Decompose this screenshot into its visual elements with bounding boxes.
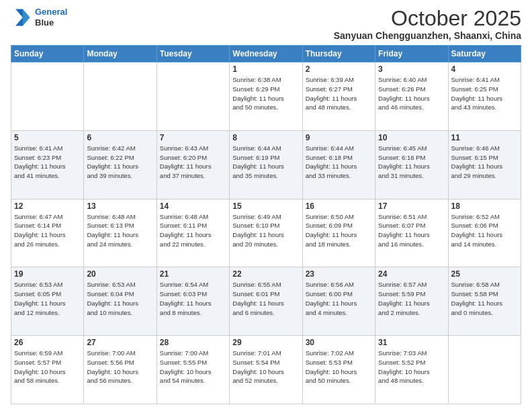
title-block: October 2025 Sanyuan Chengguanzhen, Shaa… [334, 7, 521, 41]
calendar-cell: 12Sunrise: 6:47 AMSunset: 6:14 PMDayligh… [11, 199, 84, 267]
day-info: Sunrise: 6:48 AMSunset: 6:13 PMDaylight:… [87, 212, 153, 249]
day-info: Sunrise: 6:52 AMSunset: 6:06 PMDaylight:… [451, 212, 518, 249]
day-number: 31 [378, 338, 445, 347]
day-number: 9 [306, 133, 372, 142]
calendar-cell: 6Sunrise: 6:42 AMSunset: 6:22 PMDaylight… [84, 130, 157, 199]
day-info: Sunrise: 6:56 AMSunset: 6:00 PMDaylight:… [306, 280, 372, 317]
logo-line2: Blue [35, 17, 67, 28]
day-number: 27 [87, 338, 153, 347]
day-info: Sunrise: 7:03 AMSunset: 5:52 PMDaylight:… [378, 349, 445, 385]
day-info: Sunrise: 6:40 AMSunset: 6:26 PMDaylight:… [378, 75, 445, 112]
header-day-sunday: Sunday [11, 46, 84, 62]
calendar-cell [84, 62, 157, 131]
calendar-cell: 28Sunrise: 7:00 AMSunset: 5:55 PMDayligh… [157, 336, 229, 404]
day-info: Sunrise: 6:58 AMSunset: 5:58 PMDaylight:… [451, 280, 518, 317]
day-info: Sunrise: 6:57 AMSunset: 5:59 PMDaylight:… [378, 280, 445, 317]
header: General Blue October 2025 Sanyuan Chengg… [11, 7, 521, 41]
day-info: Sunrise: 6:38 AMSunset: 6:29 PMDaylight:… [232, 75, 299, 112]
calendar-cell: 22Sunrise: 6:55 AMSunset: 6:01 PMDayligh… [230, 267, 302, 336]
calendar-cell: 25Sunrise: 6:58 AMSunset: 5:58 PMDayligh… [448, 267, 521, 336]
day-info: Sunrise: 7:00 AMSunset: 5:55 PMDaylight:… [160, 349, 226, 385]
day-info: Sunrise: 6:53 AMSunset: 6:05 PMDaylight:… [14, 280, 81, 317]
day-number: 13 [87, 201, 153, 211]
day-number: 21 [160, 269, 226, 279]
day-number: 6 [87, 133, 153, 142]
calendar-cell: 11Sunrise: 6:46 AMSunset: 6:15 PMDayligh… [448, 130, 521, 199]
day-number: 8 [232, 133, 299, 142]
calendar-cell: 29Sunrise: 7:01 AMSunset: 5:54 PMDayligh… [230, 336, 302, 404]
day-info: Sunrise: 6:45 AMSunset: 6:16 PMDaylight:… [378, 144, 445, 181]
calendar-table: SundayMondayTuesdayWednesdayThursdayFrid… [11, 45, 521, 404]
day-number: 29 [232, 338, 299, 347]
header-day-saturday: Saturday [448, 46, 521, 62]
day-info: Sunrise: 6:44 AMSunset: 6:18 PMDaylight:… [306, 144, 372, 181]
calendar-cell: 27Sunrise: 7:00 AMSunset: 5:56 PMDayligh… [84, 336, 157, 404]
calendar-cell: 7Sunrise: 6:43 AMSunset: 6:20 PMDaylight… [157, 130, 229, 199]
calendar-cell [157, 62, 229, 131]
day-info: Sunrise: 6:46 AMSunset: 6:15 PMDaylight:… [451, 144, 518, 181]
svg-marker-1 [23, 9, 30, 26]
day-info: Sunrise: 6:50 AMSunset: 6:09 PMDaylight:… [306, 212, 372, 249]
day-info: Sunrise: 6:53 AMSunset: 6:04 PMDaylight:… [87, 280, 153, 317]
calendar-cell: 8Sunrise: 6:44 AMSunset: 6:19 PMDaylight… [230, 130, 302, 199]
calendar-cell: 23Sunrise: 6:56 AMSunset: 6:00 PMDayligh… [302, 267, 375, 336]
day-number: 14 [160, 201, 226, 211]
day-number: 12 [14, 201, 81, 211]
day-info: Sunrise: 6:48 AMSunset: 6:11 PMDaylight:… [160, 212, 226, 249]
calendar-cell: 30Sunrise: 7:02 AMSunset: 5:53 PMDayligh… [302, 336, 375, 404]
calendar-cell: 19Sunrise: 6:53 AMSunset: 6:05 PMDayligh… [11, 267, 84, 336]
week-row-1: 5Sunrise: 6:41 AMSunset: 6:23 PMDaylight… [11, 130, 521, 199]
day-info: Sunrise: 7:02 AMSunset: 5:53 PMDaylight:… [306, 349, 372, 385]
day-number: 16 [306, 201, 372, 211]
day-number: 30 [306, 338, 372, 347]
day-number: 26 [14, 338, 81, 347]
day-info: Sunrise: 7:00 AMSunset: 5:56 PMDaylight:… [87, 349, 153, 385]
logo-text: General Blue [35, 7, 67, 28]
day-number: 15 [232, 201, 299, 211]
day-number: 7 [160, 133, 226, 142]
day-number: 19 [14, 269, 81, 279]
calendar-cell [11, 62, 84, 131]
day-info: Sunrise: 6:59 AMSunset: 5:57 PMDaylight:… [14, 349, 81, 385]
header-day-tuesday: Tuesday [157, 46, 229, 62]
location: Sanyuan Chengguanzhen, Shaanxi, China [334, 30, 521, 41]
day-number: 18 [451, 201, 518, 211]
day-number: 17 [378, 201, 445, 211]
day-info: Sunrise: 6:54 AMSunset: 6:03 PMDaylight:… [160, 280, 226, 317]
calendar-cell: 4Sunrise: 6:41 AMSunset: 6:25 PMDaylight… [448, 62, 521, 131]
calendar-cell: 16Sunrise: 6:50 AMSunset: 6:09 PMDayligh… [302, 199, 375, 267]
day-number: 25 [451, 269, 518, 279]
logo-icon [11, 7, 32, 28]
day-number: 10 [378, 133, 445, 142]
header-day-monday: Monday [84, 46, 157, 62]
week-row-2: 12Sunrise: 6:47 AMSunset: 6:14 PMDayligh… [11, 199, 521, 267]
day-info: Sunrise: 6:55 AMSunset: 6:01 PMDaylight:… [232, 280, 299, 317]
day-info: Sunrise: 6:43 AMSunset: 6:20 PMDaylight:… [160, 144, 226, 181]
header-day-thursday: Thursday [302, 46, 375, 62]
day-number: 5 [14, 133, 81, 142]
week-row-4: 26Sunrise: 6:59 AMSunset: 5:57 PMDayligh… [11, 336, 521, 404]
calendar-cell: 14Sunrise: 6:48 AMSunset: 6:11 PMDayligh… [157, 199, 229, 267]
day-number: 28 [160, 338, 226, 347]
day-info: Sunrise: 6:47 AMSunset: 6:14 PMDaylight:… [14, 212, 81, 249]
calendar-cell: 15Sunrise: 6:49 AMSunset: 6:10 PMDayligh… [230, 199, 302, 267]
calendar-cell: 20Sunrise: 6:53 AMSunset: 6:04 PMDayligh… [84, 267, 157, 336]
month-title: October 2025 [334, 7, 521, 30]
calendar-cell: 5Sunrise: 6:41 AMSunset: 6:23 PMDaylight… [11, 130, 84, 199]
calendar-cell: 9Sunrise: 6:44 AMSunset: 6:18 PMDaylight… [302, 130, 375, 199]
logo: General Blue [11, 7, 67, 28]
calendar-cell: 2Sunrise: 6:39 AMSunset: 6:27 PMDaylight… [302, 62, 375, 131]
week-row-3: 19Sunrise: 6:53 AMSunset: 6:05 PMDayligh… [11, 267, 521, 336]
day-number: 20 [87, 269, 153, 279]
calendar-cell [448, 336, 521, 404]
day-number: 24 [378, 269, 445, 279]
calendar-cell: 18Sunrise: 6:52 AMSunset: 6:06 PMDayligh… [448, 199, 521, 267]
logo-line1: General [35, 7, 67, 17]
day-info: Sunrise: 6:42 AMSunset: 6:22 PMDaylight:… [87, 144, 153, 181]
day-info: Sunrise: 6:41 AMSunset: 6:23 PMDaylight:… [14, 144, 81, 181]
calendar-cell: 31Sunrise: 7:03 AMSunset: 5:52 PMDayligh… [375, 336, 448, 404]
calendar-cell: 24Sunrise: 6:57 AMSunset: 5:59 PMDayligh… [375, 267, 448, 336]
calendar-cell: 1Sunrise: 6:38 AMSunset: 6:29 PMDaylight… [230, 62, 302, 131]
week-row-0: 1Sunrise: 6:38 AMSunset: 6:29 PMDaylight… [11, 62, 521, 131]
day-number: 11 [451, 133, 518, 142]
